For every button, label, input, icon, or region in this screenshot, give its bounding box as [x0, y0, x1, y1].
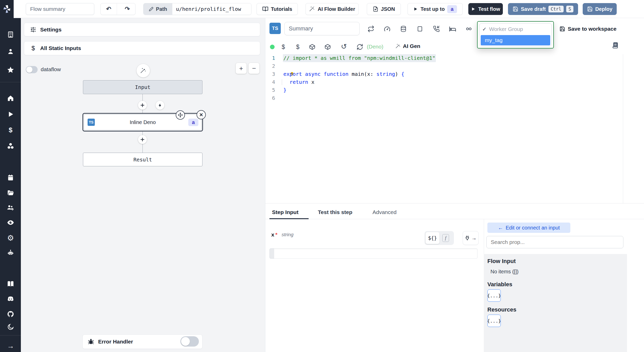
schedules-calendar-icon[interactable] — [6, 173, 15, 182]
add-trigger-bolt-button[interactable] — [156, 101, 164, 110]
save-draft-button[interactable]: Save draft Ctrl S — [508, 3, 578, 15]
error-handler-toggle-knob — [181, 337, 190, 346]
zoom-out-button[interactable]: − — [249, 63, 259, 74]
add-step-button-bottom[interactable] — [138, 135, 147, 144]
home-icon[interactable] — [6, 94, 15, 103]
resources-object-chip[interactable]: {...} — [487, 315, 501, 327]
path-value: u/henri/prolific_flow — [172, 3, 251, 15]
audit-eye-icon[interactable] — [6, 218, 15, 227]
gauge-timeout-icon[interactable] — [383, 25, 391, 33]
dataflow-toggle[interactable] — [26, 66, 38, 73]
json-button[interactable]: JSON — [367, 3, 401, 15]
tutorials-button[interactable]: Tutorials — [257, 3, 298, 15]
flow-node-input[interactable]: Input — [83, 80, 202, 94]
tab-test-this-step[interactable]: Test this step — [318, 206, 352, 218]
flow-node-result[interactable]: Result — [83, 153, 202, 166]
test-up-to-step-badge: a — [447, 5, 457, 13]
mock-square-icon[interactable] — [416, 25, 424, 33]
arg-type: string — [282, 232, 293, 238]
ai-robot-icon[interactable] — [6, 248, 15, 257]
user-icon[interactable] — [6, 47, 15, 56]
flow-summary-input[interactable] — [26, 3, 94, 15]
bottom-panel-top-border — [265, 203, 644, 203]
worker-group-option[interactable]: ✓ Worker Group — [482, 25, 523, 34]
undo-button[interactable]: ↶ — [101, 3, 117, 15]
language-hint: (Deno) — [367, 44, 383, 50]
ai-flow-builder-button[interactable]: AI Flow Builder — [306, 3, 359, 15]
input-drag-grip[interactable] — [269, 248, 274, 259]
docs-book-icon[interactable] — [6, 280, 15, 288]
assets-dollar-icon[interactable]: $ — [279, 43, 287, 51]
package-icon[interactable] — [308, 43, 316, 51]
reset-rotate-ccw-icon[interactable]: ↺ — [340, 43, 348, 50]
test-up-to-button[interactable]: Test up to a — [408, 3, 463, 15]
path-label-chip: Path — [143, 3, 172, 15]
template-mode-toggle[interactable]: ${} — [426, 232, 439, 244]
runs-play-icon[interactable] — [6, 110, 15, 119]
resources-boxes-icon[interactable] — [6, 142, 15, 151]
move-step-handle[interactable] — [176, 110, 185, 120]
edit-or-connect-button[interactable]: ← Edit or connect an input — [487, 223, 570, 233]
ai-flow-builder-label: AI Flow Builder — [318, 6, 355, 12]
all-static-inputs-row[interactable]: $ All Static Inputs — [24, 41, 260, 55]
dark-mode-moon-icon[interactable] — [6, 323, 15, 331]
variables-dollar-icon[interactable]: $ — [6, 126, 15, 134]
save-draft-label: Save draft — [521, 6, 546, 12]
refresh-cycle-icon[interactable] — [356, 43, 364, 51]
active-tab-underline — [269, 218, 309, 219]
tab-advanced[interactable]: Advanced — [372, 206, 396, 218]
flow-input-empty-text: No items ([]) — [490, 269, 519, 275]
worker-group-dropdown: ✓ Worker Group my_tag — [477, 21, 554, 48]
error-handler-toggle[interactable] — [180, 336, 199, 347]
retry-icon[interactable] — [367, 25, 375, 33]
flow-node-inline-deno[interactable]: TS Inline Deno a — [82, 113, 203, 132]
test-flow-button[interactable]: Test flow — [468, 3, 503, 15]
connect-input-plug-button[interactable]: → — [463, 231, 479, 245]
search-prop-input[interactable] — [486, 236, 623, 248]
github-icon[interactable] — [6, 310, 15, 318]
redo-button[interactable]: ↷ — [120, 3, 135, 15]
favorites-star-icon[interactable] — [6, 66, 15, 74]
add-step-button-top[interactable] — [138, 101, 147, 110]
settings-gear-icon[interactable]: ⚙ — [6, 233, 15, 242]
step-summary-input[interactable] — [284, 22, 360, 35]
suspend-phone-icon[interactable] — [433, 25, 440, 33]
sleep-bed-icon[interactable] — [449, 25, 456, 33]
script-library-icon[interactable] — [612, 42, 619, 50]
ai-builder-wand-button[interactable] — [137, 64, 150, 77]
worker-group-option-label: Worker Group — [489, 26, 523, 32]
folders-icon[interactable] — [6, 188, 15, 197]
zoom-in-button[interactable]: + — [236, 63, 247, 74]
groups-users-gear-icon[interactable] — [6, 203, 15, 212]
function-mode-toggle[interactable]: f — [439, 232, 452, 244]
tab-step-input[interactable]: Step Input — [272, 206, 299, 218]
cache-database-icon[interactable] — [400, 25, 407, 33]
package-icon[interactable] — [324, 43, 332, 51]
variable-picker-dollar-icon[interactable]: $ — [294, 43, 302, 51]
book-open-icon — [262, 6, 268, 12]
workspace-building-icon[interactable] — [6, 30, 15, 39]
discord-icon[interactable] — [6, 294, 15, 303]
worker-group-option-my-tag[interactable]: my_tag — [481, 35, 550, 45]
save-to-workspace-button[interactable]: Save to workspace — [560, 26, 616, 32]
variables-object-chip[interactable]: {...} — [487, 289, 501, 302]
edit-or-connect-label: Edit or connect an input — [506, 225, 560, 231]
arg-value-input[interactable] — [274, 248, 478, 259]
plug-icon — [465, 235, 470, 241]
required-asterisk: * — [275, 232, 277, 238]
ai-gen-label: AI Gen — [403, 43, 420, 49]
editor-language-badge: TS — [269, 23, 281, 34]
deploy-button[interactable]: Deploy — [583, 3, 617, 15]
flow-settings-row[interactable]: Settings — [24, 23, 260, 36]
kbd-s: S — [566, 6, 573, 12]
code-editor[interactable]: 1// import * as wmill from "npm:windmill… — [265, 54, 644, 203]
pencil-icon — [149, 6, 154, 12]
expand-sidebar-arrow-icon[interactable]: → — [6, 342, 15, 350]
undo-redo-group: ↶ ↷ — [100, 3, 135, 15]
path-field[interactable]: Path u/henri/prolific_flow — [143, 3, 251, 15]
ai-gen-button[interactable]: AI Gen — [395, 43, 420, 49]
variables-heading: Variables — [487, 281, 512, 288]
concurrency-icon[interactable] — [465, 25, 473, 33]
windmill-logo[interactable] — [0, 0, 14, 18]
delete-step-button[interactable]: × — [197, 110, 206, 119]
